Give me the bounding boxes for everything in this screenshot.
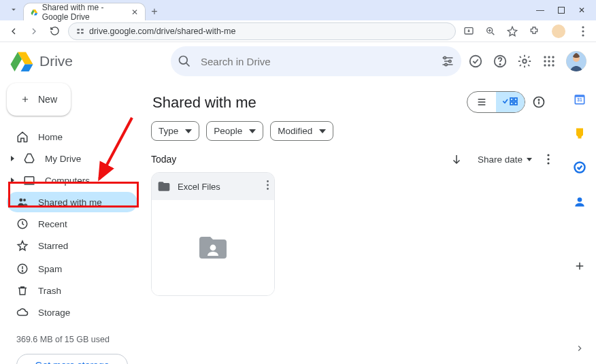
window-close-button[interactable]: ✕ xyxy=(578,5,585,15)
svg-rect-3 xyxy=(77,29,80,30)
new-label: New xyxy=(38,94,57,105)
spam-icon xyxy=(16,263,29,275)
sort-label: Share date xyxy=(478,154,523,165)
svg-point-36 xyxy=(23,199,26,201)
sidebar-item-home[interactable]: Home xyxy=(7,127,137,147)
new-button[interactable]: New xyxy=(7,83,71,116)
browser-tab-strip: Shared with me - Google Drive ✕ + — ✕ xyxy=(0,0,596,20)
svg-point-16 xyxy=(444,56,446,59)
svg-point-18 xyxy=(445,63,447,65)
account-avatar[interactable] xyxy=(566,51,586,71)
grid-view-button[interactable] xyxy=(496,92,525,112)
sidebar-item-mydrive[interactable]: My Drive xyxy=(7,148,137,169)
svg-text:31: 31 xyxy=(577,97,582,102)
content-area: Shared with me Type People Modified Toda… xyxy=(144,80,563,364)
svg-rect-6 xyxy=(81,32,84,33)
tab-search-button[interactable] xyxy=(4,0,23,19)
chrome-menu-icon[interactable] xyxy=(577,25,589,37)
svg-point-50 xyxy=(267,184,269,186)
nav-reload-button[interactable] xyxy=(48,24,61,38)
sidebar-item-storage[interactable]: Storage xyxy=(7,302,137,322)
sidebar-item-label: Recent xyxy=(38,219,67,229)
sidebar-item-label: Spam xyxy=(38,264,62,274)
svg-point-19 xyxy=(470,56,482,67)
svg-marker-13 xyxy=(21,65,33,72)
filter-chip-type[interactable]: Type xyxy=(151,121,199,141)
svg-point-9 xyxy=(582,26,584,28)
chrome-profile-icon[interactable] xyxy=(550,25,567,37)
svg-point-31 xyxy=(552,64,554,66)
search-icon xyxy=(178,54,191,68)
side-panel-rail: 31 xyxy=(563,80,596,364)
svg-point-28 xyxy=(552,60,554,62)
clock-icon xyxy=(16,218,29,230)
offline-icon[interactable] xyxy=(468,54,483,69)
file-more-button[interactable] xyxy=(267,180,269,193)
list-view-button[interactable] xyxy=(467,92,496,112)
drive-small-icon xyxy=(23,152,35,165)
keep-addon-icon[interactable] xyxy=(573,127,586,143)
sidebar-item-trash[interactable]: Trash xyxy=(7,280,137,301)
sidebar-item-starred[interactable]: Starred xyxy=(7,235,137,256)
url-field[interactable]: drive.google.com/drive/shared-with-me xyxy=(68,22,456,40)
bookmark-icon[interactable] xyxy=(506,25,518,37)
sidebar-item-shared[interactable]: Shared with me xyxy=(7,192,137,212)
svg-rect-40 xyxy=(510,98,513,101)
svg-point-24 xyxy=(548,56,550,58)
filter-chip-modified[interactable]: Modified xyxy=(270,121,333,141)
close-tab-button[interactable]: ✕ xyxy=(131,7,138,17)
svg-rect-41 xyxy=(514,98,517,101)
sidebar-item-spam[interactable]: Spam xyxy=(7,259,137,279)
window-maximize-button[interactable] xyxy=(558,7,565,14)
file-card[interactable]: Excel Files xyxy=(151,172,275,296)
view-toggle[interactable] xyxy=(467,91,525,113)
window-minimize-button[interactable]: — xyxy=(536,5,544,15)
search-input[interactable] xyxy=(199,55,433,68)
people-icon xyxy=(16,196,29,208)
zoom-icon[interactable] xyxy=(484,25,497,37)
install-app-icon[interactable] xyxy=(463,25,475,37)
sort-direction-icon[interactable] xyxy=(450,153,463,165)
info-icon[interactable] xyxy=(532,95,546,109)
plus-icon xyxy=(20,93,30,106)
sort-menu[interactable]: Share date xyxy=(478,154,532,165)
new-tab-button[interactable]: + xyxy=(146,3,163,20)
svg-point-51 xyxy=(267,188,269,190)
svg-point-26 xyxy=(544,60,546,62)
contacts-addon-icon[interactable] xyxy=(573,195,586,211)
filter-chip-people[interactable]: People xyxy=(206,121,263,141)
sidebar-item-label: Shared with me xyxy=(38,197,102,208)
search-bar[interactable] xyxy=(171,46,461,76)
settings-icon[interactable] xyxy=(517,54,532,69)
svg-point-17 xyxy=(449,60,451,62)
calendar-addon-icon[interactable]: 31 xyxy=(573,93,586,109)
sidebar-item-computers[interactable]: Computers xyxy=(7,170,137,191)
extensions-icon[interactable] xyxy=(528,25,540,37)
svg-point-39 xyxy=(22,271,22,271)
browser-tab[interactable]: Shared with me - Google Drive ✕ xyxy=(23,3,146,20)
svg-rect-43 xyxy=(514,102,517,105)
help-icon[interactable] xyxy=(493,54,508,69)
more-options-button[interactable] xyxy=(547,154,550,165)
drive-favicon-icon xyxy=(31,7,38,17)
svg-point-46 xyxy=(547,154,549,156)
search-filters-icon[interactable] xyxy=(441,54,454,68)
apps-grid-icon[interactable] xyxy=(542,54,557,69)
get-storage-button[interactable]: Get more storage xyxy=(16,354,128,364)
drive-logo[interactable]: Drive xyxy=(10,49,73,73)
tasks-addon-icon[interactable] xyxy=(573,161,586,177)
trash-icon xyxy=(16,284,29,297)
drive-logo-icon xyxy=(10,49,34,73)
nav-forward-button[interactable] xyxy=(27,24,41,38)
star-icon xyxy=(16,239,29,252)
get-addons-button[interactable] xyxy=(574,260,586,275)
sidebar-item-recent[interactable]: Recent xyxy=(7,214,137,234)
sidebar-item-label: Storage xyxy=(38,308,70,318)
svg-point-23 xyxy=(544,56,546,58)
nav-back-button[interactable] xyxy=(7,24,20,38)
hide-panel-button[interactable] xyxy=(575,344,584,356)
drive-header: Drive xyxy=(0,42,596,80)
chip-label: Type xyxy=(159,126,178,136)
chip-label: Modified xyxy=(278,126,312,136)
svg-point-49 xyxy=(267,180,269,182)
